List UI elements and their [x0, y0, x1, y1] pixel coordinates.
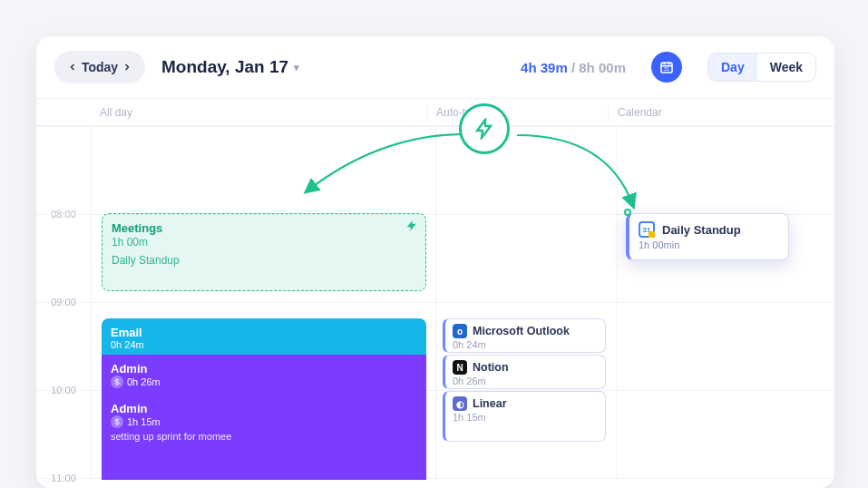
admin1-duration: 0h 26m [127, 376, 161, 387]
admin-block-1[interactable]: Admin $0h 26m [102, 355, 426, 395]
dollar-icon: $ [111, 376, 123, 388]
svg-text:31: 31 [664, 66, 669, 72]
outlook-icon: o [453, 324, 467, 338]
track-notion-name: Notion [473, 361, 509, 374]
admin2-duration: 1h 15m [127, 416, 161, 427]
meetings-title: Meetings [112, 221, 416, 235]
dollar-icon: $ [111, 415, 123, 428]
track-linear[interactable]: ◐Linear 1h 15m [443, 391, 606, 442]
track-outlook[interactable]: oMicrosoft Outlook 0h 24m [443, 318, 606, 353]
tracked-time: 4h 39m [521, 60, 568, 75]
hour-label: 09:00 [36, 297, 91, 307]
track-linear-duration: 1h 15m [453, 412, 598, 423]
resize-handle[interactable] [624, 209, 631, 216]
calendar-event-daily-standup[interactable]: 31Daily Standup 1h 00min [626, 213, 789, 260]
admin-block-2[interactable]: Admin $1h 15m setting up sprint for mome… [102, 395, 426, 480]
track-linear-name: Linear [473, 397, 507, 410]
view-day-tab[interactable]: Day [708, 54, 757, 81]
admin2-title: Admin [111, 402, 417, 415]
date-title[interactable]: Monday, Jan 17 ▾ [161, 57, 299, 77]
hour-label: 10:00 [36, 385, 91, 395]
track-notion-duration: 0h 26m [453, 376, 598, 386]
today-button[interactable]: Today [87, 54, 112, 80]
bolt-icon [473, 118, 495, 140]
meetings-block[interactable]: Meetings 1h 00m Daily Standup [102, 213, 426, 291]
meetings-detail: Daily Standup [112, 254, 416, 267]
track-outlook-name: Microsoft Outlook [473, 325, 570, 337]
calendar-event-duration: 1h 00min [639, 239, 779, 250]
allday-header: All day [91, 106, 426, 119]
app-card: Today Monday, Jan 17 ▾ 4h 39m / 8h 00m 3… [36, 36, 834, 488]
hour-label: 11:00 [36, 473, 91, 483]
chevron-down-icon: ▾ [294, 62, 299, 73]
track-outlook-duration: 0h 24m [453, 339, 598, 350]
track-notion[interactable]: NNotion 0h 26m [443, 355, 606, 389]
view-toggle: Day Week [707, 53, 816, 82]
time-summary: 4h 39m / 8h 00m [521, 60, 626, 75]
linear-icon: ◐ [453, 396, 467, 411]
calendar-area: All day Auto-tracking Calendar 08:00 09:… [36, 98, 834, 479]
calendar-event-title: Daily Standup [662, 223, 741, 237]
calendar-icon-button[interactable]: 31 [651, 52, 682, 83]
automation-bolt-badge [459, 103, 510, 154]
time-grid[interactable]: 08:00 09:00 10:00 11:00 Meetings 1h 00m … [36, 126, 834, 480]
column-headers: All day Auto-tracking Calendar [36, 99, 834, 126]
header-bar: Today Monday, Jan 17 ▾ 4h 39m / 8h 00m 3… [36, 36, 834, 98]
admin1-title: Admin [111, 362, 417, 376]
autotracking-header: Auto-tracking [426, 106, 608, 119]
calendar-header: Calendar [608, 106, 834, 119]
date-nav-group: Today [54, 51, 145, 83]
calendar-icon: 31 [659, 60, 674, 74]
date-title-text: Monday, Jan 17 [161, 57, 288, 77]
email-duration: 0h 24m [111, 339, 417, 350]
email-block[interactable]: Email 0h 24m [102, 318, 426, 355]
notion-icon: N [453, 360, 467, 375]
meetings-duration: 1h 00m [112, 236, 416, 249]
total-time: 8h 00m [579, 60, 626, 75]
google-calendar-icon: 31 [639, 221, 655, 238]
view-week-tab[interactable]: Week [757, 54, 815, 81]
email-title: Email [111, 326, 417, 339]
admin2-desc: setting up sprint for momee [111, 431, 417, 442]
next-day-button[interactable] [114, 54, 140, 80]
bolt-icon [405, 220, 418, 235]
